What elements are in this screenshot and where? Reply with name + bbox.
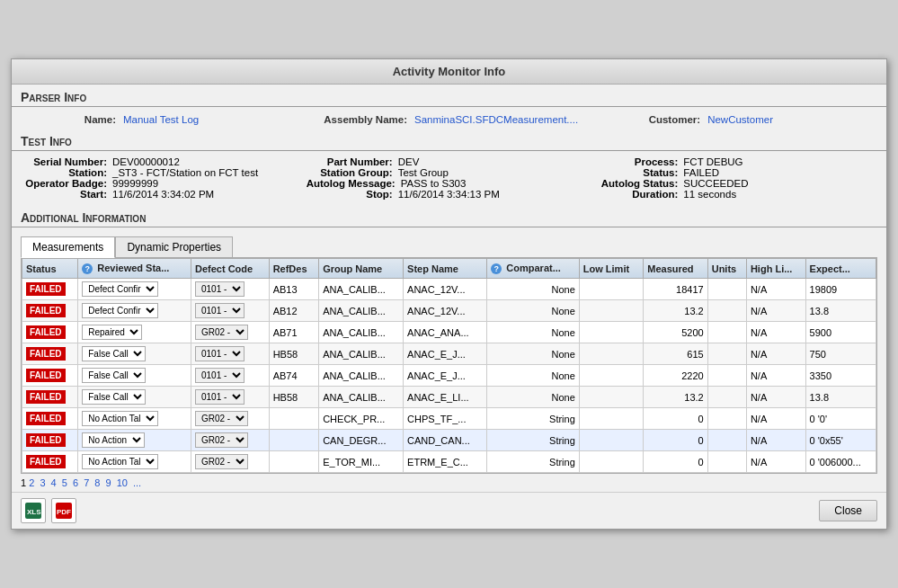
cell-high-limit: N/A xyxy=(746,451,805,473)
cell-status: FAILED xyxy=(22,451,78,473)
defect-select[interactable]: 0101 - xyxy=(195,281,245,297)
tabs-row: Measurements Dynamic Properties xyxy=(12,231,886,257)
defect-select[interactable]: GR02 - xyxy=(195,411,248,426)
cell-expected: 13.8 xyxy=(805,387,876,408)
footer-bar: XLS PDF Close xyxy=(12,492,886,529)
table-row: FAILEDFalse Call0101 -HB58ANA_CALIB...AN… xyxy=(22,343,876,365)
tab-measurements[interactable]: Measurements xyxy=(21,236,115,258)
cell-defect-code[interactable]: GR02 - xyxy=(191,430,269,451)
page-5[interactable]: 5 xyxy=(62,477,67,488)
cell-defect-code[interactable]: 0101 - xyxy=(191,365,269,387)
window-title: Activity Monitor Info xyxy=(393,65,506,78)
cell-low-limit xyxy=(579,322,643,343)
cell-defect-code[interactable]: 0101 - xyxy=(191,343,269,365)
cell-defect-code[interactable]: GR02 - xyxy=(191,408,269,430)
cell-status: FAILED xyxy=(22,343,78,365)
defect-select[interactable]: 0101 - xyxy=(195,303,245,318)
page-4[interactable]: 4 xyxy=(51,477,57,488)
cell-step-name: ANAC_E_LI... xyxy=(404,387,487,408)
status-badge: FAILED xyxy=(26,304,66,317)
pdf-icon: PDF xyxy=(56,503,72,519)
reviewed-select[interactable]: False Call xyxy=(82,346,146,361)
test-info-col1: Serial Number: DEV00000012 Station: _ST3… xyxy=(21,156,307,200)
defect-select[interactable]: 0101 - xyxy=(195,389,245,405)
page-3[interactable]: 3 xyxy=(40,477,45,488)
cell-comparator: None xyxy=(487,343,580,365)
stop-value: 11/6/2014 3:34:13 PM xyxy=(398,189,500,200)
cell-defect-code[interactable]: GR02 - xyxy=(191,451,269,473)
test-info-col2: Part Number: DEV Station Group: Test Gro… xyxy=(307,156,592,200)
cell-defect-code[interactable]: 0101 - xyxy=(191,387,269,408)
reviewed-select[interactable]: False Call xyxy=(82,368,146,383)
cell-reviewed[interactable]: Repaired xyxy=(78,322,191,343)
defect-select[interactable]: 0101 - xyxy=(195,346,245,361)
table-row: FAILEDDefect Confir0101 -AB13ANA_CALIB..… xyxy=(22,279,876,300)
tab-dynamic-properties[interactable]: Dynamic Properties xyxy=(115,236,233,257)
page-6[interactable]: 6 xyxy=(73,477,78,488)
reviewed-select[interactable]: No Action Tal xyxy=(82,411,158,426)
cell-expected: 0 '0x55' xyxy=(805,430,876,451)
cell-refdes: HB58 xyxy=(269,387,319,408)
stop-label: Stop: xyxy=(307,189,396,200)
reviewed-select[interactable]: No Action Tal xyxy=(82,454,158,469)
excel-export-button[interactable]: XLS xyxy=(21,498,46,523)
operator-badge-field: Operator Badge: 99999999 xyxy=(21,178,307,189)
pdf-export-button[interactable]: PDF xyxy=(51,498,76,523)
defect-select[interactable]: 0101 - xyxy=(195,368,245,383)
table-row: FAILEDFalse Call0101 -AB74ANA_CALIB...AN… xyxy=(22,365,876,387)
page-more[interactable]: ... xyxy=(133,477,141,488)
cell-reviewed[interactable]: False Call xyxy=(78,365,191,387)
reviewed-select[interactable]: Repaired xyxy=(82,325,142,340)
cell-measured: 0 xyxy=(644,430,707,451)
reviewed-select[interactable]: No Action xyxy=(82,432,145,448)
reviewed-select[interactable]: Defect Confir xyxy=(82,303,158,318)
table-row: FAILEDNo ActionGR02 -CAN_DEGR...CAND_CAN… xyxy=(22,430,876,451)
reviewed-select[interactable]: Defect Confir xyxy=(82,281,158,297)
station-group-field: Station Group: Test Group xyxy=(307,167,592,178)
cell-reviewed[interactable]: No Action Tal xyxy=(78,451,191,473)
page-10[interactable]: 10 xyxy=(117,477,128,488)
cell-step-name: ETRM_E_C... xyxy=(404,451,487,473)
name-label: Name: xyxy=(21,114,120,125)
status-badge: FAILED xyxy=(26,455,66,468)
page-7[interactable]: 7 xyxy=(84,477,89,488)
defect-select[interactable]: GR02 - xyxy=(195,432,248,448)
measurements-table: Status ? Reviewed Sta... Defect Code Ref… xyxy=(22,258,876,473)
cell-step-name: ANAC_E_J... xyxy=(404,343,487,365)
cell-comparator: String xyxy=(487,451,580,473)
cell-group-name: ANA_CALIB... xyxy=(319,322,404,343)
cell-expected: 750 xyxy=(805,343,876,365)
cell-reviewed[interactable]: Defect Confir xyxy=(78,279,191,300)
cell-high-limit: N/A xyxy=(746,343,805,365)
cell-reviewed[interactable]: False Call xyxy=(78,343,191,365)
cell-units xyxy=(707,279,746,300)
cell-expected: 13.8 xyxy=(805,300,876,322)
status-badge: FAILED xyxy=(26,347,66,361)
reviewed-select[interactable]: False Call xyxy=(82,389,146,405)
close-button[interactable]: Close xyxy=(819,500,877,521)
page-9[interactable]: 9 xyxy=(106,477,111,488)
cell-defect-code[interactable]: 0101 - xyxy=(191,279,269,300)
cell-reviewed[interactable]: False Call xyxy=(78,387,191,408)
cell-low-limit xyxy=(579,408,643,430)
page-2[interactable]: 2 xyxy=(29,477,34,488)
cell-comparator: String xyxy=(487,430,580,451)
start-value: 11/6/2014 3:34:02 PM xyxy=(112,189,214,200)
cell-measured: 0 xyxy=(644,451,707,473)
page-8[interactable]: 8 xyxy=(94,477,100,488)
part-number-field: Part Number: DEV xyxy=(307,156,592,167)
cell-status: FAILED xyxy=(22,322,78,343)
cell-defect-code[interactable]: 0101 - xyxy=(191,300,269,322)
table-row: FAILEDNo Action TalGR02 -E_TOR_MI...ETRM… xyxy=(22,451,876,473)
cell-reviewed[interactable]: No Action Tal xyxy=(78,408,191,430)
defect-select[interactable]: GR02 - xyxy=(195,454,248,469)
cell-reviewed[interactable]: No Action xyxy=(78,430,191,451)
cell-high-limit: N/A xyxy=(746,430,805,451)
cell-reviewed[interactable]: Defect Confir xyxy=(78,300,191,322)
defect-select[interactable]: GR02 - xyxy=(195,325,248,340)
cell-defect-code[interactable]: GR02 - xyxy=(191,322,269,343)
assembly-label: Assembly Name: xyxy=(312,114,411,125)
page-1[interactable]: 1 xyxy=(21,477,26,488)
autolog-status-value: SUCCEEDED xyxy=(683,178,748,189)
status-field: Status: FAILED xyxy=(591,167,877,178)
